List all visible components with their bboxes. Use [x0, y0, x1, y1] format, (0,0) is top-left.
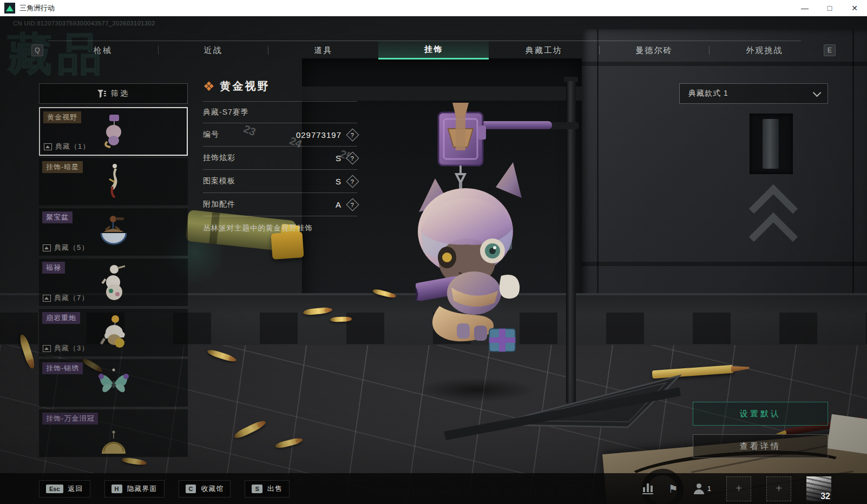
charm-item-jinxiu[interactable]: 挂饰-锦绣	[39, 359, 188, 407]
window-titlebar: 三角洲行动 — □ ✕	[0, 0, 867, 16]
charm-3d-model[interactable]	[416, 97, 583, 362]
squad-count: 1	[707, 485, 711, 493]
rarity-diamond-icon: ❖	[203, 80, 215, 93]
charm-item-label: 福禄	[42, 262, 65, 274]
charm-thumbnail	[98, 114, 129, 149]
game-viewport[interactable]: 23 24 25	[0, 16, 867, 504]
charm-item-label: 挂饰-暗星	[42, 161, 83, 173]
charm-item-label: 挂饰-万金泪冠	[42, 413, 98, 425]
tab-appearance-challenge[interactable]: 外观挑战	[709, 41, 819, 59]
person-icon	[693, 483, 704, 494]
set-default-button[interactable]: 设置默认	[693, 402, 828, 426]
charm-count: 典藏（3）	[43, 343, 89, 353]
detail-row-colorway: 挂饰炫彩 S ?	[203, 146, 357, 169]
charm-description: 丛林派对主题中的黄金视野挂饰	[203, 216, 357, 233]
charm-thumbnail	[97, 215, 130, 249]
plus-icon: +	[735, 482, 742, 495]
chevron-down-icon	[813, 88, 822, 97]
filter-funnel-icon	[97, 90, 106, 98]
squad-button[interactable]: 1	[693, 483, 711, 494]
hint-back[interactable]: Esc 返回	[39, 480, 90, 498]
charm-item-label: 黄金视野	[43, 111, 81, 123]
next-tab-key-hint: E	[824, 44, 836, 56]
filter-button[interactable]: 筛选	[39, 83, 188, 104]
collection-count-icon	[43, 244, 51, 251]
charm-list: 黄金视野 典藏（1） 挂饰-暗星	[39, 107, 188, 504]
hint-hide-ui[interactable]: H 隐藏界面	[104, 480, 165, 498]
crate-arrow-icon	[749, 213, 798, 262]
player-avatar[interactable]: 32	[806, 476, 831, 501]
window-title: 三角洲行动	[19, 3, 55, 13]
collection-count-icon	[43, 345, 51, 352]
player-level-badge: 32	[820, 492, 830, 501]
detail-row-season: 典藏-S7赛季	[203, 101, 357, 123]
flag-icon: ⚑	[668, 482, 678, 495]
help-icon[interactable]: ?	[346, 198, 359, 211]
hint-sell[interactable]: S 出售	[245, 480, 289, 498]
charm-count: 典藏（5）	[43, 243, 89, 253]
view-details-button[interactable]: 查看详情	[693, 434, 828, 458]
bottom-bar: Esc 返回 H 隐藏界面 C 收藏馆 S 出售 ⚑	[0, 473, 867, 504]
stats-button[interactable]	[642, 483, 653, 494]
gold-tin-prop	[271, 231, 304, 260]
charm-item-golden-vision[interactable]: 黄金视野 典藏（1）	[39, 107, 188, 156]
empty-squad-slot[interactable]: +	[726, 476, 751, 501]
charm-item-fulu[interactable]: 福禄 典藏（7）	[39, 258, 188, 307]
detail-row-pattern: 图案模板 S ?	[203, 169, 357, 193]
player-uid: CN UID:81207303759300043577_202603101302	[13, 20, 155, 26]
collection-count-icon	[43, 295, 51, 302]
report-button[interactable]: ⚑	[668, 482, 678, 495]
help-icon[interactable]: ?	[346, 128, 359, 141]
app-logo-icon	[4, 3, 15, 14]
minimize-button[interactable]: —	[792, 0, 817, 16]
charm-thumbnail	[98, 264, 129, 301]
charm-item-rockfall-cannon[interactable]: 崩岩重炮 典藏（3）	[39, 308, 188, 357]
crate-latch	[750, 114, 793, 174]
filter-label: 筛选	[111, 89, 129, 98]
charm-thumbnail	[97, 430, 130, 457]
charm-item-golden-tear-crown[interactable]: 挂饰-万金泪冠	[39, 409, 188, 457]
category-tabbar: Q 枪械 近战 道具 挂饰 典藏工坊 曼德尔砖 外观挑战 E	[31, 41, 836, 59]
help-icon[interactable]: ?	[346, 151, 359, 164]
stand-base	[438, 357, 687, 452]
hint-collection-hall[interactable]: C 收藏馆	[179, 480, 231, 498]
charm-count: 典藏（1）	[44, 142, 90, 151]
plus-icon: +	[776, 482, 782, 495]
bar-chart-icon	[642, 483, 653, 494]
style-dropdown[interactable]: 典藏款式 1	[679, 83, 828, 104]
charm-item-label: 聚宝盆	[42, 211, 73, 223]
tab-firearms[interactable]: 枪械	[48, 41, 158, 59]
close-button[interactable]: ✕	[842, 0, 867, 16]
charm-item-label: 挂饰-锦绣	[42, 362, 83, 374]
style-dropdown-value: 典藏款式 1	[688, 89, 728, 98]
detail-row-accessory: 附加配件 A ?	[203, 193, 357, 216]
tab-gear[interactable]: 道具	[268, 41, 378, 59]
empty-squad-slot[interactable]: +	[766, 476, 791, 501]
tab-charms[interactable]: 挂饰	[378, 41, 489, 59]
tab-melee[interactable]: 近战	[158, 41, 268, 59]
tab-mandel-brick[interactable]: 曼德尔砖	[599, 41, 710, 59]
tab-collection-workshop[interactable]: 典藏工坊	[489, 41, 599, 59]
charm-detail-panel: ❖ 黄金视野 典藏-S7赛季 编号 029773197 ? 挂饰炫彩 S ? 图…	[203, 79, 357, 233]
charm-item-label: 崩岩重炮	[42, 312, 80, 324]
help-icon[interactable]: ?	[346, 175, 359, 188]
charm-item-dark-star[interactable]: 挂饰-暗星	[39, 157, 188, 206]
charm-item-treasure-bowl[interactable]: 聚宝盆 典藏（5）	[39, 208, 188, 256]
maximize-button[interactable]: □	[817, 0, 842, 16]
collection-count-icon	[44, 143, 52, 150]
background-crate	[582, 29, 867, 321]
charm-thumbnail	[98, 163, 129, 201]
charm-thumbnail	[98, 315, 129, 350]
charm-thumbnail	[96, 367, 131, 399]
prev-tab-key-hint: Q	[31, 44, 43, 56]
detail-row-serial: 编号 029773197 ?	[203, 123, 357, 146]
charm-count: 典藏（7）	[43, 293, 89, 303]
charm-title: 黄金视野	[220, 79, 270, 94]
